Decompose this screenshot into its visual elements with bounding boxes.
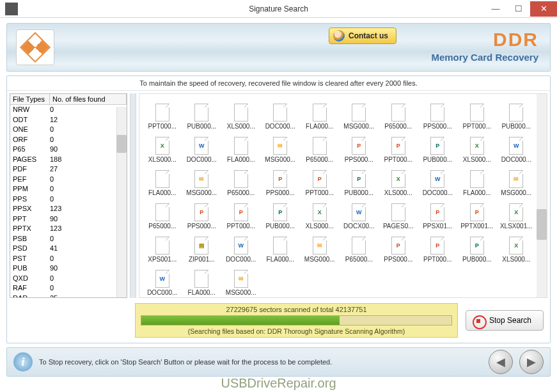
file-item[interactable]: MSG000... xyxy=(340,98,379,130)
file-item[interactable]: FLA000... xyxy=(222,131,260,163)
close-button[interactable]: ✕ xyxy=(530,1,557,17)
files-scrollbar[interactable] xyxy=(537,94,547,297)
file-item[interactable]: PPPT000... xyxy=(419,231,457,263)
file-item[interactable]: XXLSX001... xyxy=(498,198,536,230)
table-row[interactable]: PPSX123 xyxy=(10,204,127,214)
file-item[interactable]: ✉MSG000... xyxy=(301,231,339,263)
table-row[interactable]: PSD41 xyxy=(10,244,127,254)
file-item[interactable]: PPUB000... xyxy=(262,198,300,230)
filetypes-scrollbar[interactable] xyxy=(116,107,127,297)
next-button[interactable]: ▶ xyxy=(519,350,544,374)
pane-splitter[interactable] xyxy=(130,93,136,298)
file-item[interactable]: WDOC000... xyxy=(498,131,536,163)
file-item[interactable]: FLA000... xyxy=(183,264,221,296)
file-icon xyxy=(155,170,169,188)
table-row[interactable]: ONE0 xyxy=(10,125,127,135)
file-item[interactable]: XPS001... xyxy=(143,231,182,263)
file-item[interactable]: XXLS000... xyxy=(498,231,536,263)
file-label: PPT000... xyxy=(384,156,412,163)
contact-us-button[interactable]: Contact us xyxy=(329,27,396,44)
file-item[interactable]: PPPT000... xyxy=(301,164,339,196)
prev-button[interactable]: ◀ xyxy=(489,350,513,374)
file-item[interactable]: PPPSX01... xyxy=(419,198,457,230)
file-item[interactable]: FLA000... xyxy=(143,164,182,196)
file-item[interactable]: WDOC000... xyxy=(143,264,182,296)
table-row[interactable]: PPS0 xyxy=(10,194,127,205)
table-row[interactable]: P6590 xyxy=(10,145,127,155)
file-icon: P xyxy=(391,237,405,255)
file-item[interactable]: P65000... xyxy=(379,98,418,130)
file-item[interactable]: PPUB000... xyxy=(458,231,496,263)
column-header-filetypes[interactable]: File Types xyxy=(10,94,50,104)
table-row[interactable]: PPTX123 xyxy=(10,224,127,234)
stop-search-button[interactable]: Stop Search xyxy=(466,310,544,331)
table-row[interactable]: PST0 xyxy=(10,254,127,264)
table-row[interactable]: ORF0 xyxy=(10,135,127,145)
file-item[interactable]: PPUB000... xyxy=(340,164,379,196)
file-item[interactable]: ✉MSG000... xyxy=(183,164,221,196)
file-item[interactable]: WDOCX00... xyxy=(340,198,379,230)
file-icon xyxy=(155,104,169,122)
file-item[interactable]: PPPS000... xyxy=(379,231,418,263)
file-item[interactable]: PPPS000... xyxy=(340,131,379,163)
file-icon: P xyxy=(430,203,444,221)
file-item[interactable]: P65000... xyxy=(301,131,339,163)
file-item[interactable]: FLA000... xyxy=(262,231,300,263)
file-item[interactable]: ▤ZIP001... xyxy=(183,231,221,263)
file-item[interactable]: PPPT000... xyxy=(222,198,260,230)
file-item[interactable]: PUB000... xyxy=(183,98,221,130)
file-item[interactable]: XXLS000... xyxy=(458,131,496,163)
column-header-count[interactable]: No. of files found xyxy=(50,94,127,104)
file-item[interactable]: PPPTX001... xyxy=(458,198,496,230)
file-item[interactable]: PPUB000... xyxy=(419,131,457,163)
table-row[interactable]: NRW0 xyxy=(10,105,127,115)
file-item[interactable]: FLA000... xyxy=(458,164,496,196)
file-item[interactable]: ✉MSG000... xyxy=(222,264,260,296)
file-label: P65000... xyxy=(306,156,333,163)
file-item[interactable]: ✉MSG000... xyxy=(498,164,536,196)
table-row[interactable]: ODT12 xyxy=(10,115,127,125)
table-row[interactable]: PDF27 xyxy=(10,164,127,175)
file-item[interactable]: XLS000... xyxy=(222,98,260,130)
file-item[interactable]: PPT000... xyxy=(458,98,496,130)
file-item[interactable]: P65000... xyxy=(143,198,182,230)
maximize-button[interactable]: ☐ xyxy=(507,1,530,17)
file-item[interactable]: PPS000... xyxy=(419,98,457,130)
file-icon xyxy=(273,237,287,255)
table-row[interactable]: PPM0 xyxy=(10,184,127,194)
file-item[interactable]: P65000... xyxy=(340,231,379,263)
file-item[interactable]: PPPS000... xyxy=(183,198,221,230)
file-item[interactable]: PPT000... xyxy=(143,98,182,130)
table-row[interactable]: RAR25 xyxy=(10,294,127,298)
file-item[interactable]: DOC000... xyxy=(262,98,300,130)
table-row[interactable]: RAF0 xyxy=(10,283,127,294)
table-row[interactable]: QXD0 xyxy=(10,274,127,284)
file-item[interactable]: WDOC000... xyxy=(419,164,457,196)
file-item[interactable]: P65000... xyxy=(222,164,260,196)
file-item[interactable]: XXLS000... xyxy=(379,164,418,196)
file-item[interactable]: ✉MSG000... xyxy=(262,131,300,163)
file-item[interactable]: PPPS000... xyxy=(262,164,300,196)
file-label: FLA000... xyxy=(148,189,176,196)
file-item[interactable]: XXLS000... xyxy=(301,198,339,230)
table-row[interactable]: PEF0 xyxy=(10,175,127,185)
file-label: MSG000... xyxy=(304,256,335,263)
file-icon xyxy=(155,203,169,221)
table-row[interactable]: PPT90 xyxy=(10,214,127,224)
file-item[interactable]: XXLS000... xyxy=(143,131,182,163)
app-icon xyxy=(5,3,18,15)
table-row[interactable]: PUB90 xyxy=(10,263,127,274)
file-label: FLA000... xyxy=(463,189,490,196)
file-item[interactable]: WDOC000... xyxy=(222,231,260,263)
file-label: PPT000... xyxy=(463,123,491,130)
file-label: PPSX01... xyxy=(423,223,452,230)
minimize-button[interactable]: — xyxy=(484,1,507,17)
table-row[interactable]: PSB0 xyxy=(10,234,127,244)
table-row[interactable]: PAGES188 xyxy=(10,155,127,165)
file-item[interactable]: FLA000... xyxy=(301,98,339,130)
file-item[interactable]: PPPT000... xyxy=(379,131,418,163)
file-label: MSG000... xyxy=(265,156,295,163)
file-item[interactable]: PAGES0... xyxy=(379,198,418,230)
file-item[interactable]: WDOC000... xyxy=(183,131,221,163)
file-item[interactable]: PUB000... xyxy=(498,98,536,130)
